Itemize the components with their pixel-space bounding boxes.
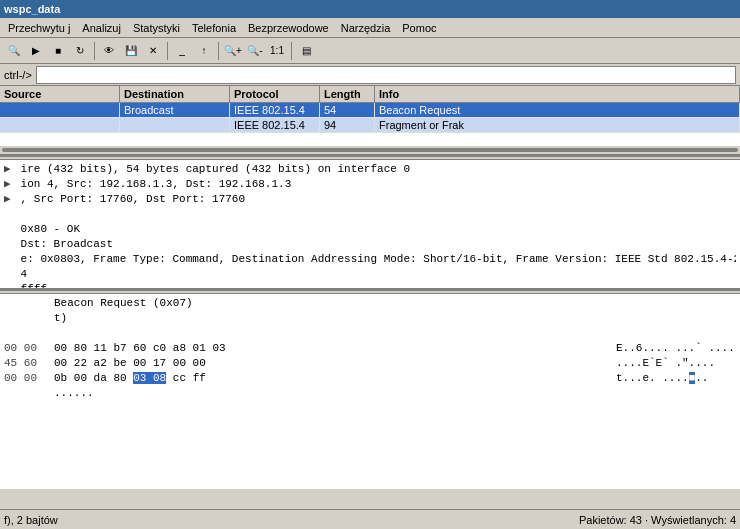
hex-bytes-3: 0b 00 da 80 03 08 cc ff: [54, 371, 616, 386]
expand-icon-ok: [4, 222, 14, 237]
hex-offset-3: 00 00: [4, 371, 54, 386]
packet-cell-info-1: Beacon Request: [375, 103, 740, 117]
detail-line-frame: e: 0x0803, Frame Type: Command, Destinat…: [4, 252, 736, 267]
col-header-dest: Destination: [120, 86, 230, 102]
packet-cell-len-1: 54: [320, 103, 375, 117]
packet-cell-info-2: Fragment or Frak: [375, 118, 740, 132]
expand-icon-frame: [4, 252, 14, 267]
packet-cell-source-2: [0, 118, 120, 132]
menu-analizuj[interactable]: Analizuj: [76, 20, 127, 36]
toolbar-btn-close[interactable]: ✕: [143, 41, 163, 61]
packet-list-header: Source Destination Protocol Length Info: [0, 86, 740, 103]
toolbar: 🔍 ▶ ■ ↻ 👁 💾 ✕ ⎯ ↑ 🔍+ 🔍- 1:1 ▤: [0, 38, 740, 64]
hex-text-t: t): [54, 311, 67, 326]
packet-cell-source-1: [0, 103, 120, 117]
hex-highlight-3: 03 08: [133, 372, 166, 384]
packet-row-2[interactable]: IEEE 802.15.4 94 Fragment or Frak: [0, 118, 740, 133]
toolbar-separator-1: [94, 42, 95, 60]
hex-beacon-label: Beacon Request (0x07): [4, 296, 736, 311]
filter-bar: ctrl-/>: [0, 64, 740, 86]
toolbar-btn-goto[interactable]: ↑: [194, 41, 214, 61]
detail-text-4: 4: [21, 268, 28, 280]
menu-przechwytu[interactable]: Przechwytu j: [2, 20, 76, 36]
filter-input[interactable]: [36, 66, 736, 84]
detail-text-dst: Dst: Broadcast: [21, 238, 113, 250]
toolbar-btn-restart[interactable]: ↻: [70, 41, 90, 61]
hex-text-beacon: Beacon Request (0x07): [54, 296, 193, 311]
hex-row-4: ......: [4, 386, 736, 401]
detail-line-ok: 0x80 - OK: [4, 222, 736, 237]
app-title: wspc_data: [4, 3, 60, 15]
filter-label: ctrl-/>: [4, 69, 32, 81]
expand-icon-4: [4, 267, 14, 282]
col-header-info: Info: [375, 86, 740, 102]
packet-cell-dest-2: [120, 118, 230, 132]
packet-cell-proto-2: IEEE 802.15.4: [230, 118, 320, 132]
menu-statystyki[interactable]: Statystyki: [127, 20, 186, 36]
detail-line-dst: Dst: Broadcast: [4, 237, 736, 252]
hex-bytes-1: 00 80 11 b7 60 c0 a8 01 03: [54, 341, 616, 356]
toolbar-btn-zoom100[interactable]: 1:1: [267, 41, 287, 61]
detail-line-4: 4: [4, 267, 736, 282]
col-header-length: Length: [320, 86, 375, 102]
menu-bezprzewodowe[interactable]: Bezprzewodowe: [242, 20, 335, 36]
toolbar-btn-zoomout[interactable]: 🔍-: [245, 41, 265, 61]
detail-line-1[interactable]: ▶ ire (432 bits), 54 bytes captured (432…: [4, 162, 736, 177]
toolbar-btn-2[interactable]: ▶: [26, 41, 46, 61]
hex-ascii-4: [616, 386, 736, 401]
detail-spacer: [4, 207, 736, 222]
detail-text-ok: 0x80 - OK: [21, 223, 80, 235]
toolbar-separator-2: [167, 42, 168, 60]
title-bar: wspc_data: [0, 0, 740, 18]
menu-narzedzia[interactable]: Narzędzia: [335, 20, 397, 36]
hex-row-1: 00 00 00 80 11 b7 60 c0 a8 01 03 E..6...…: [4, 341, 736, 356]
hex-dump-panel: Beacon Request (0x07) t) 00 00 00 80 11 …: [0, 294, 740, 489]
hex-row-2: 45 60 00 22 a2 be 00 17 00 00 ....E`E` .…: [4, 356, 736, 371]
status-bar: f), 2 bajtów Pakietów: 43 · Wyświetlanyc…: [0, 509, 740, 529]
detail-text-ffff: ffff: [21, 283, 47, 290]
expand-icon-3: ▶: [4, 192, 14, 207]
detail-line-ffff: ffff: [4, 282, 736, 290]
detail-text-2: ion 4, Src: 192.168.1.3, Dst: 192.168.1.…: [21, 178, 292, 190]
hex-ascii-highlight-3: ■: [689, 372, 696, 384]
hex-t-label: t): [4, 311, 736, 326]
toolbar-btn-open[interactable]: 👁: [99, 41, 119, 61]
packet-row-1[interactable]: Broadcast IEEE 802.15.4 54 Beacon Reques…: [0, 103, 740, 118]
detail-text-1: ire (432 bits), 54 bytes captured (432 b…: [21, 163, 410, 175]
menu-telefonia[interactable]: Telefonia: [186, 20, 242, 36]
expand-icon-2: ▶: [4, 177, 14, 192]
toolbar-btn-save[interactable]: 💾: [121, 41, 141, 61]
detail-text-frame: e: 0x0803, Frame Type: Command, Destinat…: [21, 253, 736, 265]
hex-spacer: [4, 326, 736, 341]
toolbar-btn-1[interactable]: 🔍: [4, 41, 24, 61]
hex-row-3: 00 00 0b 00 da 80 03 08 cc ff t...e. ...…: [4, 371, 736, 386]
col-header-proto: Protocol: [230, 86, 320, 102]
packet-list-panel: Source Destination Protocol Length Info …: [0, 86, 740, 156]
toolbar-btn-stop[interactable]: ■: [48, 41, 68, 61]
expand-icon-ffff: [4, 282, 14, 290]
packet-cell-proto-1: IEEE 802.15.4: [230, 103, 320, 117]
hex-label-beacon: [4, 296, 54, 311]
hex-bytes-2: 00 22 a2 be 00 17 00 00: [54, 356, 616, 371]
status-right: Pakietów: 43 · Wyświetlanych: 4: [579, 514, 736, 526]
detail-line-2[interactable]: ▶ ion 4, Src: 192.168.1.3, Dst: 192.168.…: [4, 177, 736, 192]
hex-offset-2: 45 60: [4, 356, 54, 371]
menu-bar: Przechwytu j Analizuj Statystyki Telefon…: [0, 18, 740, 38]
toolbar-btn-zoomin[interactable]: 🔍+: [223, 41, 243, 61]
hex-ascii-2: ....E`E` ."....: [616, 356, 736, 371]
toolbar-btn-find[interactable]: ⎯: [172, 41, 192, 61]
detail-line-3[interactable]: ▶ , Src Port: 17760, Dst Port: 17760: [4, 192, 736, 207]
packet-cell-dest-1: Broadcast: [120, 103, 230, 117]
hex-offset-1: 00 00: [4, 341, 54, 356]
hex-offset-4: [4, 386, 54, 401]
hex-label-t: [4, 311, 54, 326]
menu-pomoc[interactable]: Pomoc: [396, 20, 442, 36]
packet-cell-len-2: 94: [320, 118, 375, 132]
hex-bytes-4: ......: [54, 386, 616, 401]
hex-ascii-1: E..6.... ...` ....: [616, 341, 736, 356]
status-left: f), 2 bajtów: [4, 514, 579, 526]
toolbar-btn-graph[interactable]: ▤: [296, 41, 316, 61]
packet-detail-panel: ▶ ire (432 bits), 54 bytes captured (432…: [0, 160, 740, 290]
toolbar-separator-3: [218, 42, 219, 60]
toolbar-separator-4: [291, 42, 292, 60]
